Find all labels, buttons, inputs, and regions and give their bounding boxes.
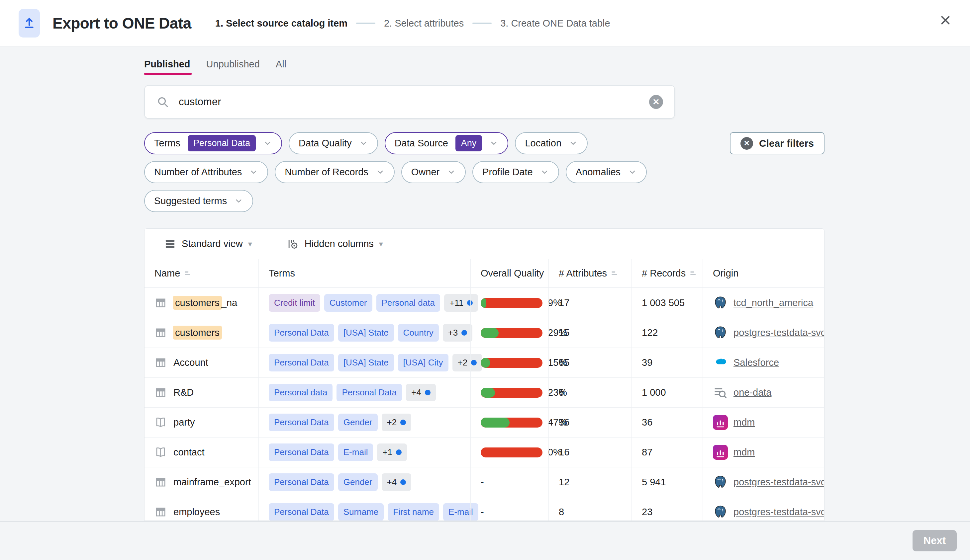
records-count: 5 941 xyxy=(642,477,666,488)
next-button[interactable]: Next xyxy=(913,530,957,552)
close-button[interactable] xyxy=(938,13,953,28)
view-selector[interactable]: Standard view ▾ xyxy=(164,238,252,250)
filter-anomalies[interactable]: Anomalies xyxy=(566,161,647,183)
origin-link[interactable]: mdm xyxy=(733,417,755,428)
filter-owner[interactable]: Owner xyxy=(401,161,466,183)
origin-cell: tcd_north_america xyxy=(703,288,825,318)
tab-all[interactable]: All xyxy=(276,59,286,75)
column-header-terms: Terms xyxy=(259,259,471,288)
tab-published[interactable]: Published xyxy=(144,59,190,75)
column-header-origin: Origin xyxy=(703,259,825,288)
filter-data-source[interactable]: Data SourceAny xyxy=(385,132,509,154)
term-chip[interactable]: Personal Data xyxy=(269,503,334,521)
dialog-title: Export to ONE Data xyxy=(52,14,191,32)
attributes-cell: 16 xyxy=(548,438,631,467)
filter-suggested-terms[interactable]: Suggested terms xyxy=(144,190,253,212)
filter-row: TermsPersonal DataData QualityData Sourc… xyxy=(144,132,825,154)
terms-cell: Personal DataSurnameFirst nameE-mail xyxy=(259,497,471,521)
hidden-columns-label: Hidden columns xyxy=(305,238,374,249)
search-clear-button[interactable]: ✕ xyxy=(649,95,663,109)
origin-link[interactable]: postgres-testdata-svc xyxy=(733,327,825,338)
filter-number-of-attributes[interactable]: Number of Attributes xyxy=(144,161,268,183)
quality-bar xyxy=(481,447,543,457)
clear-filters-label: Clear filters xyxy=(759,138,814,149)
name-cell: contact xyxy=(145,438,259,467)
origin-link[interactable]: postgres-testdata-svc xyxy=(733,507,825,518)
filter-profile-date[interactable]: Profile Date xyxy=(472,161,559,183)
more-terms-chip[interactable]: +2 xyxy=(382,413,412,431)
step-3: 3. Create ONE Data table xyxy=(500,18,610,29)
step-2: 2. Select attributes xyxy=(384,18,464,29)
column-header-name[interactable]: Name xyxy=(145,259,259,288)
item-name: R&D xyxy=(174,387,194,398)
term-chip[interactable]: Personal Data xyxy=(269,443,334,461)
more-terms-chip[interactable]: +1 xyxy=(377,443,407,461)
term-chip[interactable]: First name xyxy=(388,503,439,521)
more-terms-chip[interactable]: +4 xyxy=(382,473,412,491)
column-header-attributes[interactable]: # Attributes xyxy=(548,259,631,288)
sort-icon[interactable] xyxy=(611,270,619,278)
tabs: PublishedUnpublishedAll xyxy=(144,59,825,75)
term-chip[interactable]: Personal data xyxy=(376,294,440,312)
book-icon xyxy=(154,416,167,428)
tab-unpublished[interactable]: Unpublished xyxy=(206,59,260,75)
term-chip[interactable]: E-mail xyxy=(338,443,373,461)
more-terms-chip[interactable]: +4 xyxy=(406,384,436,401)
term-chip[interactable]: Personal Data xyxy=(337,384,402,401)
table-row[interactable]: partyPersonal DataGender+2 47%3636mdm xyxy=(145,408,824,438)
table-row[interactable]: contactPersonal DataE-mail+1 0%1687mdm xyxy=(145,438,824,467)
filter-terms[interactable]: TermsPersonal Data xyxy=(144,132,282,154)
filter-data-quality[interactable]: Data Quality xyxy=(289,132,378,154)
table-row[interactable]: AccountPersonal Data[USA] State[USA] Cit… xyxy=(145,348,824,378)
caret-down-icon: ▾ xyxy=(379,239,383,248)
clear-filters-button[interactable]: ✕ Clear filters xyxy=(730,132,825,154)
table-row[interactable]: R&DPersonal dataPersonal Data+4 23%61 00… xyxy=(145,378,824,408)
records-cell: 87 xyxy=(631,438,703,467)
term-chip[interactable]: Personal Data xyxy=(269,324,334,342)
search-input[interactable] xyxy=(178,96,649,108)
origin-link[interactable]: postgres-testdata-svc xyxy=(733,477,825,488)
sort-icon[interactable] xyxy=(690,270,698,278)
sort-icon[interactable] xyxy=(184,270,192,278)
term-chip[interactable]: Surname xyxy=(338,503,384,521)
terms-cell: Personal Data[USA] StateCountry+3 xyxy=(259,318,471,348)
quality-cell: 15% xyxy=(471,348,548,378)
term-chip[interactable]: [USA] City xyxy=(398,354,449,372)
origin-cell: mdm xyxy=(703,408,825,438)
table-row[interactable]: mainframe_exportPersonal DataGender+4 -1… xyxy=(145,467,824,497)
filters: TermsPersonal DataData QualityData Sourc… xyxy=(144,132,825,212)
quality-bar xyxy=(481,328,543,338)
quality-cell: 0% xyxy=(471,438,548,467)
clear-filters-icon: ✕ xyxy=(740,137,753,150)
table-row[interactable]: employeesPersonal DataSurnameFirst nameE… xyxy=(145,497,824,521)
name-cell: customers_na xyxy=(145,288,259,318)
origin-link[interactable]: tcd_north_america xyxy=(733,297,813,308)
term-chip[interactable]: Credit limit xyxy=(269,294,320,312)
term-chip[interactable]: Personal Data xyxy=(269,413,334,431)
records-cell: 122 xyxy=(631,318,703,348)
more-terms-chip[interactable]: +3 xyxy=(443,324,473,342)
table-row[interactable]: customersPersonal Data[USA] StateCountry… xyxy=(145,318,824,348)
term-chip[interactable]: Personal Data xyxy=(269,354,334,372)
term-chip[interactable]: Country xyxy=(398,324,439,342)
item-name: customers xyxy=(174,327,221,338)
term-chip[interactable]: Customer xyxy=(324,294,372,312)
filter-label: Location xyxy=(525,138,561,149)
table-row[interactable]: customers_naCredit limitCustomerPersonal… xyxy=(145,288,824,318)
chevron-down-icon xyxy=(540,168,549,177)
column-header-records[interactable]: # Records xyxy=(631,259,703,288)
term-chip[interactable]: Personal Data xyxy=(269,473,334,491)
term-chip[interactable]: Gender xyxy=(338,413,378,431)
table-icon xyxy=(154,387,167,399)
term-chip[interactable]: Personal data xyxy=(269,384,332,401)
filter-location[interactable]: Location xyxy=(515,132,588,154)
term-chip[interactable]: Gender xyxy=(338,473,378,491)
term-chip[interactable]: [USA] State xyxy=(338,354,394,372)
hidden-columns-selector[interactable]: Hidden columns ▾ xyxy=(287,238,383,250)
origin-link[interactable]: one-data xyxy=(733,387,772,398)
attributes-cell: 36 xyxy=(548,408,631,438)
filter-number-of-records[interactable]: Number of Records xyxy=(275,161,394,183)
term-chip[interactable]: [USA] State xyxy=(338,324,394,342)
origin-link[interactable]: Salesforce xyxy=(733,357,779,368)
origin-link[interactable]: mdm xyxy=(733,447,755,458)
